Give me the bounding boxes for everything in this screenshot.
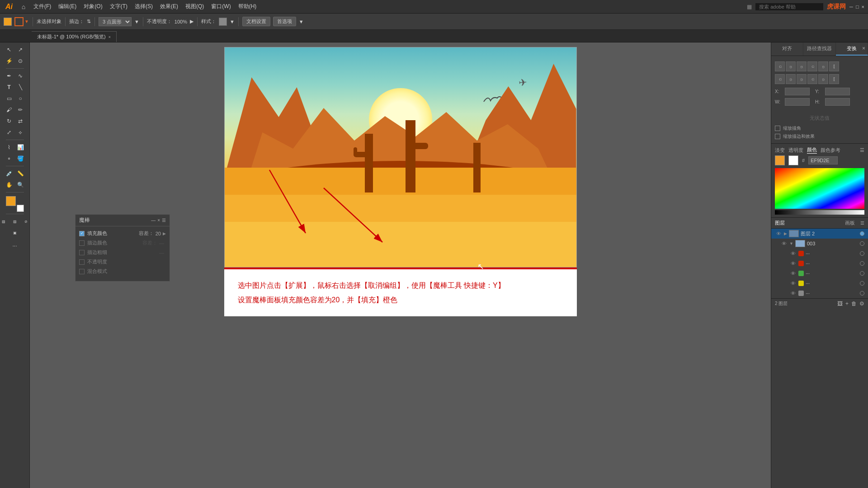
fill-color-swatch[interactable] (4, 18, 12, 26)
align-right-btn[interactable]: ⟥ (797, 61, 807, 71)
menu-edit[interactable]: 编辑(E) (56, 2, 79, 11)
lasso-tool[interactable]: ⊙ (15, 56, 26, 66)
dist-bottom-btn[interactable]: ⟦ (829, 74, 839, 84)
new-layer-btn[interactable]: + (845, 300, 849, 307)
hex-input[interactable] (808, 156, 838, 164)
paint-bucket-tool[interactable]: 🪣 (15, 153, 26, 164)
line-tool[interactable]: ╲ (15, 82, 26, 93)
fill-color-checkbox[interactable] (79, 231, 85, 236)
menu-window[interactable]: 窗口(W) (208, 2, 233, 11)
color-item-2-row[interactable]: 👁 ··· (771, 258, 868, 268)
panel-menu-btn[interactable]: ☰ (162, 218, 166, 223)
style-arrow[interactable]: ▼ (230, 19, 235, 24)
layer-settings-btn[interactable]: ⚙ (859, 300, 864, 307)
layer-003-eye[interactable]: 👁 (780, 240, 788, 247)
reflect-tool[interactable]: ⇄ (15, 116, 26, 127)
selection-tool[interactable]: ↖ (4, 44, 14, 55)
preferences-btn[interactable]: 首选项 (273, 17, 296, 26)
panel-close-btn[interactable]: × (157, 218, 160, 223)
delete-layer-btn[interactable]: 🗑 (851, 300, 857, 307)
w-input[interactable] (785, 98, 810, 106)
menu-file[interactable]: 文件(F) (31, 2, 54, 11)
dist-mid-btn[interactable]: ⟥ (818, 74, 828, 84)
color-tab-opacity[interactable]: 透明度 (788, 147, 803, 154)
eyedropper-tool[interactable]: 💉 (4, 168, 14, 179)
gradient-mode-btn[interactable]: ▨ (9, 216, 20, 227)
stroke-weight-checkbox[interactable] (79, 250, 85, 255)
dist-top-btn[interactable]: ⟤ (807, 74, 817, 84)
column-graph-tool[interactable]: 📊 (15, 142, 26, 153)
maximize-btn[interactable]: □ (856, 4, 859, 9)
right-panel-close[interactable]: × (862, 45, 865, 52)
layer-2-expand[interactable]: ▶ (784, 231, 787, 236)
color-item-1-eye[interactable]: 👁 (789, 250, 797, 257)
color-item-4-eye[interactable]: 👁 (789, 280, 797, 287)
color-tab-color[interactable]: 颜色 (807, 146, 817, 154)
menu-effect[interactable]: 效果(E) (157, 2, 181, 11)
menu-view[interactable]: 视图(Q) (183, 2, 207, 11)
warp-tool[interactable]: ⌇ (4, 142, 14, 153)
close-btn[interactable]: × (862, 4, 864, 9)
color-tab-gradient[interactable]: 淡变 (775, 147, 785, 154)
paintbrush-tool[interactable]: 🖌 (4, 104, 14, 115)
pencil-tool[interactable]: ✏ (15, 104, 26, 115)
y-input[interactable] (825, 88, 850, 95)
layer-2-row[interactable]: 👁 ▶ 图层 2 (771, 229, 868, 239)
color-item-4-row[interactable]: 👁 ··· (771, 278, 868, 288)
align-middle-btn[interactable]: ⟥ (818, 61, 828, 71)
color-item-5-eye[interactable]: 👁 (789, 290, 797, 297)
more-tools[interactable]: ··· (9, 240, 20, 251)
measure-tool[interactable]: 📏 (15, 168, 26, 179)
color-item-1-row[interactable]: 👁 ··· (771, 249, 868, 258)
rect-tool[interactable]: ▭ (4, 93, 14, 104)
symbol-tool[interactable]: ⚬ (4, 153, 14, 164)
scale-tool[interactable]: ⤢ (4, 127, 14, 138)
minimize-btn[interactable]: ─ (849, 4, 853, 9)
constrain-checkbox[interactable] (775, 126, 780, 131)
ellipse-tool[interactable]: ○ (15, 93, 26, 104)
menu-text[interactable]: 文字(T) (107, 2, 130, 11)
hand-tool[interactable]: ✋ (4, 179, 14, 190)
artboard-tool[interactable]: ▣ (9, 227, 20, 238)
dist-center-btn[interactable]: ⟥ (786, 74, 796, 84)
background-color[interactable] (17, 205, 24, 212)
align-center-btn[interactable]: ⟥ (786, 61, 796, 71)
dist-left-btn[interactable]: ⟤ (775, 74, 785, 84)
align-top-btn[interactable]: ⟤ (807, 61, 817, 71)
opacity-checkbox[interactable] (79, 259, 85, 265)
color-fg-swatch[interactable] (775, 155, 785, 165)
style-swatch[interactable] (219, 18, 227, 26)
align-bottom-btn[interactable]: ⟦ (829, 61, 839, 71)
preferences-arrow[interactable]: ▼ (299, 19, 304, 24)
color-tab-reference[interactable]: 颜色参考 (821, 147, 840, 154)
layers-menu-btn[interactable]: ☰ (860, 221, 864, 225)
layers-tab-label[interactable]: 图层 (775, 220, 845, 226)
layer-003-expand[interactable]: ▼ (789, 241, 793, 246)
brush-size-arrow[interactable]: ▼ (134, 19, 139, 24)
home-icon[interactable]: ⌂ (18, 1, 29, 12)
artboard-tab-label[interactable]: 画板 (845, 220, 855, 226)
reshape-tool[interactable]: ⟡ (15, 127, 26, 138)
blend-mode-checkbox[interactable] (79, 269, 85, 274)
type-tool[interactable]: T (4, 82, 14, 93)
menu-help[interactable]: 帮助(H) (236, 2, 259, 11)
brightness-bar[interactable] (775, 210, 864, 215)
tab-align[interactable]: 对齐 (771, 42, 803, 56)
opacity-arrow[interactable]: ▶ (190, 19, 193, 24)
doc-settings-btn[interactable]: 文档设置 (242, 17, 270, 26)
layer-2-eye[interactable]: 👁 (775, 230, 782, 237)
toolbar-mode-arrows[interactable]: ⇅ (87, 19, 91, 24)
brush-size-select[interactable]: 3 点圆形 (99, 17, 132, 26)
magic-wand-tool[interactable]: ⚡ (4, 56, 14, 66)
stroke-box[interactable] (14, 17, 24, 26)
zoom-tool[interactable]: 🔍 (15, 179, 26, 190)
tab-pathfinder[interactable]: 路径查找器 (803, 42, 835, 56)
direct-selection-tool[interactable]: ↗ (15, 44, 26, 55)
foreground-color[interactable] (6, 196, 16, 206)
more-tools-btn[interactable]: ··· (9, 240, 20, 251)
color-bg-swatch[interactable] (788, 155, 798, 165)
tab-close-btn[interactable]: × (108, 35, 111, 39)
tolerance-arrow-1[interactable]: ▶ (163, 231, 166, 236)
stroke-color-checkbox[interactable] (79, 240, 85, 246)
color-item-3-row[interactable]: 👁 ··· (771, 268, 868, 278)
